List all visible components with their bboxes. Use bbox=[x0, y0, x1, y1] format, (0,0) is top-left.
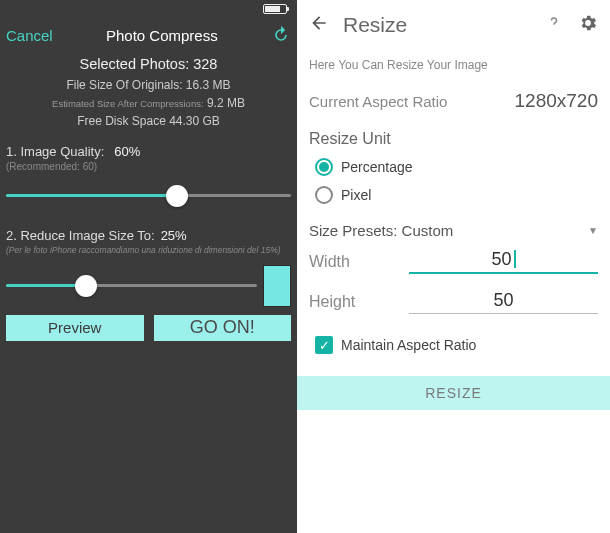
reduce-slider[interactable] bbox=[6, 272, 257, 300]
radio-percentage[interactable]: Percentage bbox=[315, 158, 598, 176]
quality-label: 1. Image Quality: bbox=[6, 144, 104, 159]
cancel-button[interactable]: Cancel bbox=[6, 27, 53, 44]
width-label: Width bbox=[309, 253, 409, 271]
text-cursor bbox=[514, 250, 516, 268]
height-label: Height bbox=[309, 293, 409, 311]
est-label: Estimated Size After Compressions: bbox=[52, 98, 204, 109]
maintain-aspect-label: Maintain Aspect Ratio bbox=[341, 337, 476, 353]
battery-icon bbox=[263, 4, 287, 14]
right-title: Resize bbox=[343, 13, 407, 37]
size-presets-label: Size Presets: bbox=[309, 222, 397, 239]
resize-hint: Here You Can Resize Your Image bbox=[309, 58, 598, 72]
est-size: 9.2 MB bbox=[207, 96, 245, 110]
reduce-label: 2. Reduce Image Size To: bbox=[6, 228, 155, 243]
stats-block: Selected Photos: 328 File Size Of Origin… bbox=[6, 54, 291, 130]
radio-icon bbox=[315, 158, 333, 176]
quality-label-row: 1. Image Quality: 60% bbox=[6, 144, 291, 159]
reduce-section: 2. Reduce Image Size To: 25% (Per le fot… bbox=[6, 228, 291, 307]
selected-count: 328 bbox=[193, 56, 217, 72]
left-title: Photo Compress bbox=[106, 27, 218, 44]
free-label: Free Disk Space bbox=[77, 114, 166, 128]
radio-pixel[interactable]: Pixel bbox=[315, 186, 598, 204]
back-icon[interactable] bbox=[309, 13, 329, 37]
width-input[interactable]: 50 bbox=[409, 249, 598, 274]
help-icon[interactable] bbox=[544, 13, 564, 37]
maintain-aspect-checkbox[interactable]: ✓ Maintain Aspect Ratio bbox=[315, 336, 598, 354]
left-header: Cancel Photo Compress bbox=[6, 18, 291, 52]
reduce-note: (Per le foto iPhone raccomandiamo una ri… bbox=[6, 245, 291, 255]
photo-compress-pane: Cancel Photo Compress Selected Photos: 3… bbox=[0, 0, 297, 533]
orig-label: File Size Of Originals: bbox=[66, 78, 182, 92]
radio-percentage-label: Percentage bbox=[341, 159, 413, 175]
resize-pane: Resize Here You Can Resize Your Image Cu… bbox=[297, 0, 610, 533]
gear-icon[interactable] bbox=[578, 13, 598, 37]
status-bar bbox=[6, 0, 291, 18]
quality-value: 60% bbox=[114, 144, 140, 159]
quality-recommended: (Recommended: 60) bbox=[6, 161, 291, 172]
resize-unit-label: Resize Unit bbox=[309, 130, 598, 148]
right-header: Resize bbox=[309, 0, 598, 50]
size-presets-value: Custom bbox=[402, 222, 454, 239]
width-row: Width 50 bbox=[309, 249, 598, 274]
selected-label: Selected Photos: bbox=[80, 56, 190, 72]
orig-size: 16.3 MB bbox=[186, 78, 231, 92]
aspect-ratio-label: Current Aspect Ratio bbox=[309, 93, 447, 110]
go-on-button[interactable]: GO ON! bbox=[154, 315, 292, 341]
radio-icon bbox=[315, 186, 333, 204]
radio-pixel-label: Pixel bbox=[341, 187, 371, 203]
size-presets-row[interactable]: Size Presets: Custom ▼ bbox=[309, 222, 598, 239]
reduce-value: 25% bbox=[161, 228, 187, 243]
height-row: Height 50 bbox=[309, 290, 598, 314]
resize-button[interactable]: RESIZE bbox=[297, 376, 610, 410]
refresh-icon[interactable] bbox=[271, 25, 291, 45]
aspect-ratio-value: 1280x720 bbox=[515, 90, 598, 112]
left-button-row: Preview GO ON! bbox=[6, 315, 291, 341]
quality-slider[interactable] bbox=[6, 182, 291, 210]
free-val: 44.30 GB bbox=[169, 114, 220, 128]
preview-button[interactable]: Preview bbox=[6, 315, 144, 341]
color-preview-chip bbox=[263, 265, 291, 307]
height-input[interactable]: 50 bbox=[409, 290, 598, 314]
aspect-ratio-row: Current Aspect Ratio 1280x720 bbox=[309, 90, 598, 112]
chevron-down-icon: ▼ bbox=[588, 225, 598, 236]
checkbox-checked-icon: ✓ bbox=[315, 336, 333, 354]
